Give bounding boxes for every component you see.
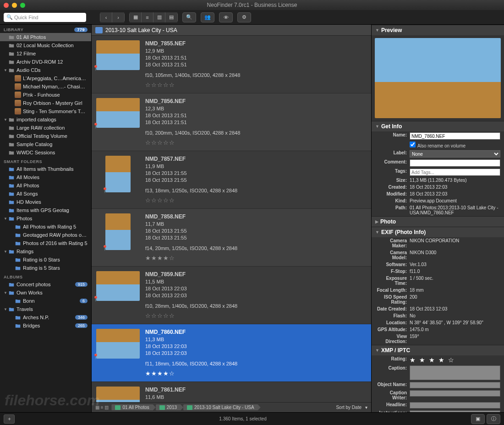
file-exif: f10, 28mm, 1/400s, ISO200, 4288 x 2848 bbox=[145, 303, 367, 310]
sidebar-item[interactable]: Official Testing Volume bbox=[0, 132, 91, 140]
view-icons-button[interactable]: ▦ bbox=[130, 12, 142, 22]
pin-icon: 📍 bbox=[102, 187, 108, 193]
sidebar-item[interactable]: ▼Ratings bbox=[0, 247, 91, 256]
file-size: 11,6 MB bbox=[145, 394, 367, 401]
xmp-caption-input[interactable] bbox=[410, 365, 500, 380]
breadcrumb[interactable]: 2013 bbox=[156, 404, 183, 410]
sort-direction-icon[interactable]: ▾ bbox=[365, 405, 367, 410]
file-row[interactable]: 📍NMD_7860.NEF11,3 MB18 Oct 2013 22:0318 … bbox=[92, 324, 371, 382]
breadcrumb[interactable]: 2013-10 Salt Lake City - USA bbox=[183, 404, 261, 410]
getinfo-panel-header[interactable]: ▼Get Info bbox=[372, 121, 504, 131]
file-rating[interactable]: ☆☆☆☆☆ bbox=[145, 82, 367, 88]
sidebar-item[interactable]: Concert photos915 bbox=[0, 280, 91, 289]
add-button[interactable]: ＋ bbox=[4, 414, 15, 424]
file-row[interactable]: 📍NMD_7859.NEF11,5 MB18 Oct 2013 22:0318 … bbox=[92, 267, 371, 324]
sidebar-item[interactable]: ▼Travels bbox=[0, 305, 91, 313]
sidebar-item[interactable]: Rating is 0 Stars bbox=[0, 256, 91, 264]
rename-checkbox[interactable]: Also rename on volume bbox=[410, 142, 466, 148]
xmp-capwriter-input[interactable] bbox=[410, 390, 500, 397]
sidebar-item[interactable]: ▼imported catalogs bbox=[0, 115, 91, 124]
sidebar-item[interactable]: All Items with Thumbnails bbox=[0, 165, 91, 173]
sidebar-item[interactable]: Archiv DVD-ROM 12 bbox=[0, 58, 91, 66]
file-row[interactable]: 📍NMD_7855.NEF12,9 MB18 Oct 2013 21:5118 … bbox=[92, 36, 371, 93]
library-count-badge: 779 bbox=[74, 27, 88, 32]
sidebar-item[interactable]: P!nk - Funhouse bbox=[0, 91, 91, 99]
quicklook-button[interactable]: 👁 bbox=[219, 12, 233, 22]
comment-input[interactable] bbox=[410, 159, 500, 167]
folder-icon bbox=[115, 405, 121, 410]
xmp-headline-input[interactable] bbox=[410, 402, 500, 409]
disclosure-triangle-icon[interactable]: ▼ bbox=[4, 307, 8, 311]
sidebar-item-label: P!nk - Funhouse bbox=[23, 92, 88, 98]
sidebar-item[interactable]: Bonn6 bbox=[0, 297, 91, 305]
sidebar-item[interactable]: Photos of 2016 with Rating 5 bbox=[0, 239, 91, 247]
sidebar-item[interactable]: WWDC Sessions bbox=[0, 148, 91, 157]
sidebar-item[interactable]: ▼Own Works bbox=[0, 289, 91, 297]
inspector-toggle-button[interactable]: ▣ bbox=[471, 414, 485, 424]
exif-panel-header[interactable]: ▼EXIF (Photo Info) bbox=[372, 227, 504, 237]
sidebar-item[interactable]: 01 All Photos bbox=[0, 33, 91, 41]
sidebar-item-label: Sample Catalog bbox=[16, 142, 88, 147]
sidebar-item[interactable]: Michael Nyman,…- Chasing Pianos bbox=[0, 82, 91, 91]
view-columns-button[interactable]: ▥ bbox=[153, 12, 165, 22]
view-list-button[interactable]: ≡ bbox=[142, 12, 153, 22]
file-rating[interactable]: ★★★★☆ bbox=[145, 370, 367, 377]
xmp-panel-header[interactable]: ▼XMP / IPTC bbox=[372, 345, 504, 355]
xmp-objname-input[interactable] bbox=[410, 382, 500, 388]
sort-menu[interactable]: Sort by Date bbox=[336, 405, 362, 410]
sidebar-item[interactable]: All Photos with Rating 5 bbox=[0, 223, 91, 231]
quick-find-input[interactable]: 🔍 Quick Find bbox=[4, 13, 86, 22]
sidebar-item[interactable]: Items with GPS Geotag bbox=[0, 206, 91, 214]
sidebar-item[interactable]: Sample Catalog bbox=[0, 140, 91, 148]
sidebar-item[interactable]: All Movies bbox=[0, 173, 91, 181]
breadcrumb[interactable]: 01 All Photos bbox=[111, 404, 155, 410]
rating-stars[interactable]: ★ ★ ★ ★ ☆ bbox=[410, 356, 455, 364]
file-row[interactable]: 📍NMD_7858.NEF11,7 MB18 Oct 2013 21:5518 … bbox=[92, 209, 371, 267]
file-rating[interactable]: ☆☆☆☆☆ bbox=[145, 312, 367, 319]
disclosure-triangle-icon[interactable]: ▼ bbox=[4, 250, 8, 254]
folder-icon bbox=[8, 149, 15, 156]
people-button[interactable]: 👥 bbox=[201, 12, 214, 22]
info-toggle-button[interactable]: ⓘ bbox=[487, 414, 500, 424]
view-mode-icons[interactable]: ▦ ≡ ▥ bbox=[95, 405, 109, 410]
file-row[interactable]: 📍NMD_7861.NEF11,6 MB18 Oct 2013 22:0318 … bbox=[92, 382, 371, 402]
disclosure-triangle-icon[interactable]: ▼ bbox=[4, 291, 8, 295]
sidebar-item[interactable]: Roy Orbison - Mystery Girl bbox=[0, 99, 91, 107]
find-button[interactable]: 🔍 bbox=[182, 12, 196, 22]
file-row[interactable]: 📍NMD_7856.NEF12,3 MB18 Oct 2013 21:5118 … bbox=[92, 93, 371, 151]
disclosure-triangle-icon[interactable]: ▼ bbox=[4, 68, 8, 72]
sidebar-item[interactable]: 02 Local Music Collection bbox=[0, 41, 91, 49]
disclosure-triangle-icon[interactable]: ▼ bbox=[4, 217, 8, 221]
preview-panel-header[interactable]: ▼Preview bbox=[372, 25, 504, 35]
sidebar-item[interactable]: ▼Photos bbox=[0, 214, 91, 223]
settings-button[interactable]: ⚙ bbox=[237, 12, 251, 22]
sidebar-item[interactable]: Bridges265 bbox=[0, 321, 91, 330]
name-input[interactable] bbox=[410, 132, 500, 140]
tags-input[interactable] bbox=[410, 169, 500, 176]
photo-panel-header[interactable]: ▶Photo bbox=[372, 216, 504, 227]
label-select[interactable]: None bbox=[410, 150, 500, 158]
file-list[interactable]: 📍NMD_7855.NEF12,9 MB18 Oct 2013 21:5118 … bbox=[92, 36, 371, 402]
sidebar-item[interactable]: Geotagged RAW photos of 2013 bbox=[0, 231, 91, 239]
file-rating[interactable]: ☆☆☆☆☆ bbox=[145, 197, 367, 204]
nav-back-button[interactable]: ‹ bbox=[100, 12, 112, 22]
disclosure-triangle-icon[interactable]: ▼ bbox=[4, 118, 8, 122]
view-gallery-button[interactable]: ▤ bbox=[165, 12, 177, 22]
pin-icon: 📍 bbox=[93, 354, 99, 360]
sidebar-item[interactable]: Sting - Ten Summoner's Tales bbox=[0, 107, 91, 115]
sidebar-item[interactable]: Arches N.P.346 bbox=[0, 313, 91, 321]
file-rating[interactable]: ☆☆☆☆☆ bbox=[145, 139, 367, 146]
sidebar-item[interactable]: Rating is 5 Stars bbox=[0, 264, 91, 272]
nav-forward-button[interactable]: › bbox=[112, 12, 124, 22]
sidebar-item[interactable]: All Photos bbox=[0, 181, 91, 190]
sidebar-item[interactable]: L'Arpeggiata, C…American Project bbox=[0, 74, 91, 82]
file-rating[interactable]: ★★★★☆ bbox=[145, 255, 367, 262]
sidebar-item[interactable]: 12 Filme bbox=[0, 49, 91, 58]
pin-icon: 📍 bbox=[102, 245, 108, 251]
sidebar-item[interactable]: ▼Audio CDs bbox=[0, 66, 91, 74]
sidebar-item[interactable]: Large RAW collection bbox=[0, 124, 91, 132]
sidebar-item[interactable]: All Songs bbox=[0, 190, 91, 198]
file-row[interactable]: 📍NMD_7857.NEF11,9 MB18 Oct 2013 21:5518 … bbox=[92, 151, 371, 209]
file-exif: f10, 200mm, 1/400s, ISO200, 4288 x 2848 bbox=[145, 130, 367, 136]
sidebar-item[interactable]: HD Movies bbox=[0, 198, 91, 206]
